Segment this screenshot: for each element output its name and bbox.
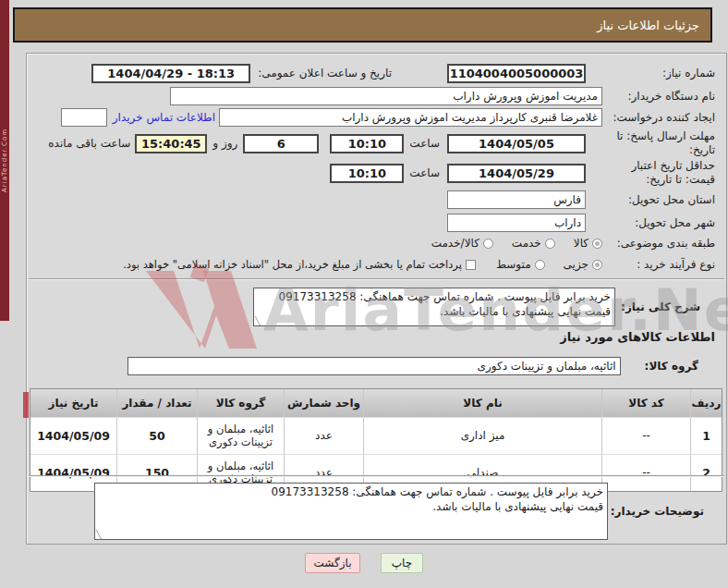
- need-description-line2: قیمت نهایی پیشنهادی با مالیات باشد.: [258, 304, 611, 319]
- validity-hour-label: ساعت: [409, 166, 440, 179]
- need-description-label: شرح کلی نیاز:: [615, 300, 700, 313]
- row-purchase-process: نوع فرآیند خرید : جزیی متوسط پرداخت تمام…: [32, 255, 715, 274]
- process-radio-minor[interactable]: [592, 260, 602, 270]
- row-subject-category: طبقه بندی موضوعی: کالا خدمت کالا/خدمت: [32, 235, 715, 251]
- row-buyer-notes: توضیحات خریدار: خرید برابر فایل پیوست . …: [32, 481, 704, 542]
- validity-date-field[interactable]: 1404/05/29: [447, 164, 586, 183]
- buyer-contact-link[interactable]: اطلاعات تماس خریدار: [113, 111, 215, 124]
- footer-button-row: چاپ بازگشت: [0, 553, 728, 573]
- category-radio-service[interactable]: [545, 239, 555, 249]
- row-goods-group: گروه کالا: اثاثیه، مبلمان و تزیینات دکور…: [32, 356, 698, 376]
- process-option-medium-label: متوسط: [496, 258, 531, 271]
- process-option-minor-label: جزیی: [564, 258, 588, 271]
- page-title-bar: جزئیات اطلاعات نیاز: [13, 7, 712, 43]
- deadline-time-field[interactable]: 10:10: [330, 134, 404, 153]
- cell-row-no: 1: [690, 418, 722, 454]
- buyer-org-label: نام دستگاه خریدار:: [602, 90, 715, 104]
- province-label: استان محل تحویل:: [602, 193, 715, 207]
- city-label: شهر محل تحویل:: [602, 216, 715, 230]
- process-radio-medium[interactable]: [535, 260, 545, 270]
- row-province: استان محل تحویل: فارس: [32, 190, 715, 210]
- goods-group-field[interactable]: اثاثیه، مبلمان و تزیینات دکوری: [127, 357, 621, 375]
- col-item-name: نام کالا: [363, 389, 601, 417]
- cell-unit: عدد: [284, 418, 363, 454]
- province-field[interactable]: فارس: [447, 190, 586, 209]
- time-left-suffix-label: ساعت باقی مانده: [48, 137, 130, 150]
- need-details-screen: AriaTender.Com جزئیات اطلاعات نیاز شماره…: [0, 0, 728, 588]
- watermark-side-banner: AriaTender.Com: [0, 0, 9, 321]
- treasury-note-label: پرداخت تمام یا بخشی از مبلغ خرید،از محل …: [123, 258, 462, 271]
- buyer-notes-label: توضیحات خریدار:: [608, 505, 704, 518]
- deadline-label: مهلت ارسال پاسخ: تا تاریخ:: [602, 129, 715, 157]
- row-creator: ایجاد کننده درخواست: غلامرضا قنبری کارپر…: [32, 107, 715, 128]
- need-number-label: شماره نیاز:: [602, 67, 715, 80]
- category-option-service-label: خدمت: [512, 237, 541, 250]
- treasury-checkbox[interactable]: [466, 260, 476, 270]
- cell-quantity: 50: [116, 418, 197, 454]
- separator-top: [29, 278, 724, 280]
- announce-field[interactable]: 1404/04/29 - 18:13: [91, 64, 250, 83]
- buyer-notes-line2: قیمت نهایی پیشنهادی با مالیات باشد.: [99, 499, 603, 514]
- days-left-field[interactable]: 6: [243, 134, 319, 153]
- col-group: گروه کالا: [197, 389, 284, 417]
- city-field[interactable]: داراب: [447, 214, 586, 232]
- row-price-validity: حداقل تاریخ اعتبار قیمت: تا تاریخ: 1404/…: [32, 158, 715, 188]
- back-button[interactable]: بازگشت: [305, 553, 360, 573]
- days-suffix-label: روز و: [212, 137, 237, 150]
- page-title: جزئیات اطلاعات نیاز: [597, 18, 699, 32]
- need-description-textarea[interactable]: خرید برابر فایل پیوست . شماره تماس جهت ه…: [253, 288, 615, 326]
- category-radio-goods[interactable]: [592, 239, 602, 249]
- row-deadline: مهلت ارسال پاسخ: تا تاریخ: 1404/05/05 سا…: [32, 129, 715, 158]
- goods-group-label: گروه کالا:: [645, 360, 698, 373]
- need-details-panel: شماره نیاز: 1104004005000003 تاریخ و ساع…: [26, 53, 727, 545]
- category-label: طبقه بندی موضوعی:: [602, 237, 715, 251]
- validity-label: حداقل تاریخ اعتبار قیمت: تا تاریخ:: [602, 159, 715, 187]
- category-option-goods-label: کالا: [574, 237, 588, 250]
- buyer-notes-line1: خرید برابر فایل پیوست . شماره تماس جهت ه…: [99, 484, 603, 499]
- items-section-title: اطلاعات کالاهای مورد نیاز: [560, 330, 715, 344]
- category-option-goods-service-label: کالا/خدمت: [431, 237, 479, 250]
- validity-time-field[interactable]: 10:10: [330, 164, 404, 183]
- cell-need-date: 1404/05/09: [30, 418, 116, 454]
- creator-label: ایجاد کننده درخواست:: [602, 111, 715, 125]
- col-quantity: تعداد / مقدار: [116, 389, 197, 417]
- col-row-no: ردیف: [690, 389, 722, 417]
- need-description-line1: خرید برابر فایل پیوست . شماره تماس جهت ه…: [258, 289, 611, 304]
- watermark-side-banner-text: AriaTender.Com: [1, 129, 8, 192]
- process-label: نوع فرآیند خرید :: [602, 258, 715, 272]
- creator-field[interactable]: غلامرضا قنبری کارپرداز مدیریت اموزش وپرو…: [219, 108, 602, 127]
- print-button[interactable]: چاپ: [381, 553, 423, 573]
- row-city: شهر محل تحویل: داراب: [32, 213, 715, 233]
- col-item-code: کد کالا: [601, 389, 690, 417]
- items-table-header: ردیف کد کالا نام کالا واحد شمارش گروه کا…: [30, 389, 722, 417]
- items-table-body: 1 -- میز اداری عدد اثاثیه، مبلمان و تزیی…: [30, 417, 722, 491]
- announce-label: تاریخ و ساعت اعلان عمومی:: [258, 67, 392, 80]
- resize-grip-icon[interactable]: ╲: [96, 531, 101, 539]
- buyer-notes-textarea[interactable]: خرید برابر فایل پیوست . شماره تماس جهت ه…: [94, 483, 608, 540]
- row-buyer-org: نام دستگاه خریدار: مدیریت اموزش وپرورش د…: [32, 86, 715, 106]
- deadline-date-field[interactable]: 1404/05/05: [447, 134, 586, 153]
- separator-bottom: [29, 475, 724, 477]
- need-number-field[interactable]: 1104004005000003: [447, 64, 586, 83]
- cell-item-code: --: [601, 418, 690, 454]
- time-left-field[interactable]: 15:40:45: [135, 134, 207, 153]
- category-radio-goods-service[interactable]: [483, 239, 493, 249]
- creator-extra-field[interactable]: [61, 108, 107, 127]
- buyer-org-field[interactable]: مدیریت اموزش وپرورش داراب: [170, 87, 602, 105]
- col-need-date: تاریخ نیاز: [30, 389, 116, 417]
- deadline-hour-label: ساعت: [409, 137, 440, 150]
- col-unit: واحد شمارش: [284, 389, 363, 417]
- cell-item-name: میز اداری: [363, 418, 601, 454]
- row-need-number: شماره نیاز: 1104004005000003 تاریخ و ساع…: [32, 63, 715, 83]
- cell-group: اثاثیه، مبلمان و تزیینات دکوری: [197, 418, 284, 454]
- resize-grip-icon[interactable]: ╲: [255, 317, 260, 325]
- table-row: 1 -- میز اداری عدد اثاثیه، مبلمان و تزیی…: [30, 417, 722, 454]
- row-need-description: شرح کلی نیاز: خرید برابر فایل پیوست . شم…: [32, 286, 700, 328]
